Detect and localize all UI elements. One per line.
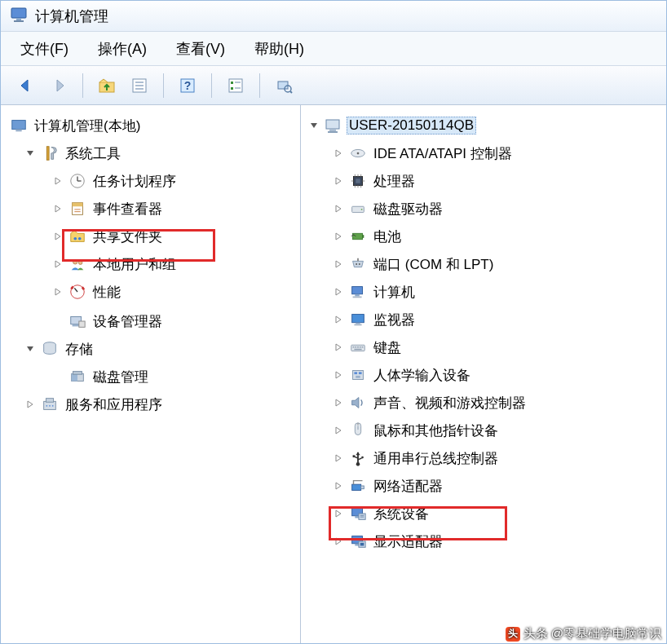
expander-closed-icon[interactable] [332, 174, 345, 187]
expander-closed-icon[interactable] [51, 174, 64, 187]
svg-rect-10 [229, 79, 242, 92]
svg-rect-72 [352, 315, 364, 323]
tree-device-manager[interactable]: 设备管理器 [51, 307, 297, 335]
device-cpu[interactable]: 处理器 [332, 167, 663, 195]
up-folder-button[interactable] [93, 72, 121, 99]
svg-rect-19 [15, 130, 21, 132]
svg-rect-1 [16, 18, 21, 20]
help-button[interactable]: ? [174, 72, 201, 99]
svg-rect-102 [360, 543, 364, 546]
expander-closed-icon[interactable] [332, 479, 345, 492]
device-label: 鼠标和其他指针设备 [371, 421, 501, 441]
computer-mgmt-icon [9, 116, 29, 135]
display-adapter-icon [348, 532, 368, 551]
svg-line-17 [290, 91, 292, 93]
performance-label: 性能 [91, 282, 123, 302]
device-disk[interactable]: 磁盘驱动器 [332, 195, 663, 223]
expander-closed-icon[interactable] [51, 230, 64, 243]
svg-rect-92 [352, 484, 361, 490]
device-system[interactable]: 系统设备 [332, 500, 663, 527]
computer-small-icon [348, 282, 368, 302]
svg-rect-83 [354, 372, 357, 374]
menu-file[interactable]: 文件(F) [20, 39, 68, 59]
device-network[interactable]: 网络适配器 [332, 472, 663, 500]
disk-drive-icon [348, 199, 368, 218]
users-icon [68, 254, 87, 274]
device-ports[interactable]: 端口 (COM 和 LPT) [332, 250, 663, 278]
expander-closed-icon[interactable] [24, 398, 37, 411]
device-battery[interactable]: 电池 [332, 223, 663, 250]
device-usb[interactable]: 通用串行总线控制器 [332, 444, 663, 472]
menu-help[interactable]: 帮助(H) [254, 39, 304, 59]
tree-disk-mgmt[interactable]: 磁盘管理 [51, 363, 297, 390]
expander-closed-icon[interactable] [332, 202, 345, 215]
back-button[interactable] [12, 72, 40, 99]
device-label: 处理器 [371, 171, 417, 192]
expander-open-icon[interactable] [24, 147, 37, 160]
svg-rect-65 [363, 235, 364, 238]
expander-closed-icon[interactable] [332, 285, 345, 298]
tree-root-computer-mgmt[interactable]: 计算机管理(本地) [9, 112, 297, 139]
svg-rect-70 [355, 294, 360, 297]
expander-closed-icon[interactable] [332, 341, 345, 354]
left-tree-pane: 计算机管理(本地) 系统工具 任务计划程序 [1, 105, 301, 643]
speaker-icon [348, 393, 368, 412]
expander-closed-icon[interactable] [51, 285, 64, 298]
menu-view[interactable]: 查看(V) [176, 39, 225, 59]
expander-closed-icon[interactable] [332, 230, 345, 243]
tree-storage[interactable]: 存储 [24, 335, 297, 363]
properties-button[interactable] [126, 72, 153, 99]
expander-open-icon[interactable] [24, 342, 37, 355]
expander-closed-icon[interactable] [332, 507, 345, 520]
tree-performance[interactable]: 性能 [51, 278, 297, 306]
svg-rect-12 [231, 87, 233, 90]
device-root[interactable]: USER-20150114QB [307, 112, 663, 139]
tree-event-viewer[interactable]: 事件查看器 [51, 195, 297, 223]
device-keyboard[interactable]: 键盘 [332, 333, 663, 361]
device-ide[interactable]: IDE ATA/ATAPI 控制器 [332, 139, 663, 167]
expander-closed-icon[interactable] [51, 258, 64, 271]
tree-local-users[interactable]: 本地用户和组 [51, 250, 297, 278]
shared-folders-label: 共享文件夹 [91, 227, 165, 247]
tree-shared-folders[interactable]: 共享文件夹 [51, 223, 297, 250]
expander-closed-icon[interactable] [332, 452, 345, 465]
svg-point-45 [49, 405, 51, 407]
expander-closed-icon[interactable] [332, 396, 345, 409]
device-display[interactable]: 显示适配器 [332, 527, 663, 555]
event-viewer-icon [68, 199, 87, 218]
device-hid[interactable]: 人体学输入设备 [332, 361, 663, 389]
svg-rect-69 [352, 287, 363, 294]
expander-closed-icon[interactable] [332, 535, 345, 548]
expander-closed-icon[interactable] [51, 202, 64, 215]
device-sound[interactable]: 声音、视频和游戏控制器 [332, 389, 663, 417]
shared-folder-icon [68, 227, 87, 246]
menu-action[interactable]: 操作(A) [98, 39, 147, 59]
expander-closed-icon[interactable] [332, 147, 345, 160]
window-title: 计算机管理 [35, 7, 108, 26]
system-tools-label: 系统工具 [63, 143, 123, 164]
device-computer[interactable]: 计算机 [332, 278, 663, 306]
expander-closed-icon[interactable] [332, 424, 345, 437]
expander-closed-icon[interactable] [332, 368, 345, 382]
scan-hardware-button[interactable] [270, 72, 298, 99]
tree-task-scheduler[interactable]: 任务计划程序 [51, 167, 297, 195]
tree-system-tools[interactable]: 系统工具 [24, 139, 297, 167]
ide-controller-icon [348, 143, 368, 163]
device-tree-pane: USER-20150114QB IDE ATA/ATAPI 控制器 处理器 磁盘… [301, 105, 666, 643]
device-mouse[interactable]: 鼠标和其他指针设备 [332, 417, 663, 444]
svg-rect-81 [354, 349, 361, 350]
svg-point-89 [356, 462, 360, 466]
svg-point-67 [359, 263, 360, 265]
expander-closed-icon[interactable] [332, 313, 345, 326]
list-view-button[interactable] [222, 72, 250, 99]
tree-services[interactable]: 服务和应用程序 [24, 390, 297, 418]
device-monitor[interactable]: 监视器 [332, 306, 663, 333]
svg-point-66 [356, 263, 357, 265]
svg-point-51 [357, 152, 360, 155]
device-label: 声音、视频和游戏控制器 [371, 393, 528, 413]
expander-closed-icon[interactable] [332, 258, 345, 271]
device-label: 通用串行总线控制器 [371, 448, 501, 469]
expander-open-icon[interactable] [307, 119, 320, 132]
device-label: 键盘 [371, 337, 404, 358]
forward-button[interactable] [45, 72, 73, 99]
